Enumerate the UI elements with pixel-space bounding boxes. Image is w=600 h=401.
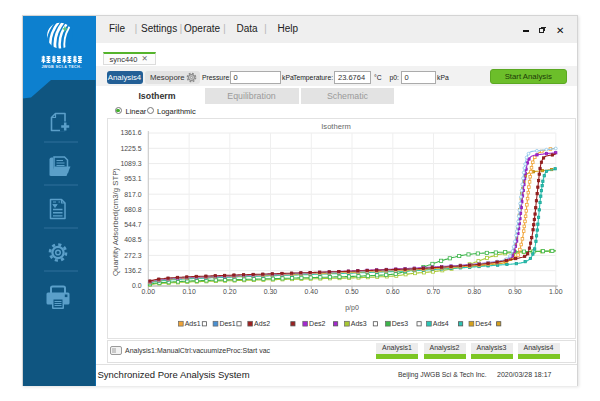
- svg-text:1.00: 1.00: [549, 288, 563, 295]
- svg-text:408.5: 408.5: [124, 236, 141, 243]
- svg-text:Des3: Des3: [392, 320, 408, 327]
- svg-text:Ads3: Ads3: [351, 320, 367, 327]
- svg-text:Isotherm: Isotherm: [321, 122, 351, 131]
- svg-text:953.1: 953.1: [124, 175, 141, 182]
- svg-text:0.80: 0.80: [468, 288, 482, 295]
- svg-text:680.8: 680.8: [124, 206, 141, 213]
- svg-text:0.20: 0.20: [223, 288, 237, 295]
- svg-text:817.0: 817.0: [124, 191, 141, 198]
- svg-text:0.60: 0.60: [386, 288, 400, 295]
- svg-text:1361.6: 1361.6: [120, 129, 141, 136]
- svg-text:1089.3: 1089.3: [120, 160, 141, 167]
- svg-text:Ads4: Ads4: [433, 320, 449, 327]
- svg-text:0.50: 0.50: [345, 288, 359, 295]
- svg-text:0.40: 0.40: [305, 288, 319, 295]
- svg-text:Ads1: Ads1: [185, 320, 201, 327]
- svg-text:Quantity Adsorbed(cm3/g STP): Quantity Adsorbed(cm3/g STP): [111, 168, 120, 276]
- svg-text:1225.5: 1225.5: [120, 145, 141, 152]
- svg-text:Des1: Des1: [219, 320, 235, 327]
- svg-text:272.3: 272.3: [124, 252, 141, 259]
- svg-text:0.70: 0.70: [427, 288, 441, 295]
- svg-text:0.00: 0.00: [142, 288, 156, 295]
- svg-text:Ads2: Ads2: [254, 320, 270, 327]
- svg-text:544.7: 544.7: [124, 221, 141, 228]
- svg-text:Des4: Des4: [475, 320, 491, 327]
- svg-text:0.0: 0.0: [132, 282, 142, 289]
- svg-text:136.2: 136.2: [124, 267, 141, 274]
- svg-text:Des2: Des2: [309, 320, 325, 327]
- svg-text:p/p0: p/p0: [345, 304, 359, 312]
- svg-text:0.30: 0.30: [264, 288, 278, 295]
- svg-text:0.90: 0.90: [508, 288, 522, 295]
- svg-text:0.10: 0.10: [182, 288, 196, 295]
